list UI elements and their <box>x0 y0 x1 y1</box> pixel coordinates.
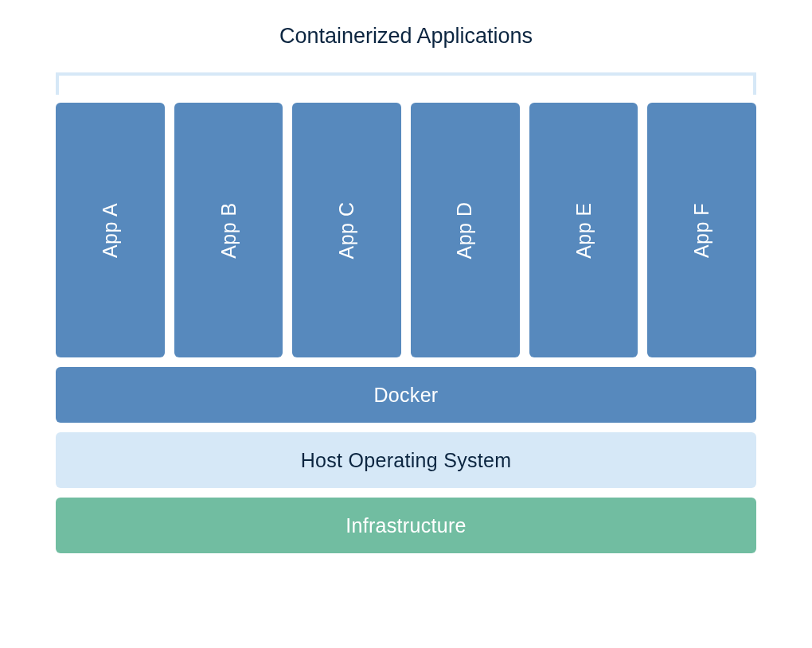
app-box-a: App A <box>56 103 165 357</box>
docker-layer: Docker <box>56 367 756 423</box>
host-os-label: Host Operating System <box>301 449 512 472</box>
apps-row: App A App B App C App D App E App F <box>56 103 756 357</box>
app-label-d: App D <box>454 201 477 259</box>
infrastructure-label: Infrastructure <box>345 514 466 537</box>
diagram-title: Containerized Applications <box>56 24 756 49</box>
app-label-a: App A <box>99 202 122 257</box>
host-os-layer: Host Operating System <box>56 432 756 488</box>
app-box-b: App B <box>174 103 283 357</box>
app-box-c: App C <box>292 103 401 357</box>
apps-bracket <box>56 72 756 95</box>
app-box-e: App E <box>529 103 638 357</box>
app-box-d: App D <box>411 103 520 357</box>
infrastructure-layer: Infrastructure <box>56 498 756 553</box>
app-box-f: App F <box>647 103 756 357</box>
app-label-b: App B <box>217 202 240 259</box>
docker-label: Docker <box>374 384 439 407</box>
app-label-f: App F <box>690 202 713 257</box>
app-label-c: App C <box>335 201 358 259</box>
diagram-container: Containerized Applications App A App B A… <box>56 24 756 553</box>
app-label-e: App E <box>572 202 595 259</box>
